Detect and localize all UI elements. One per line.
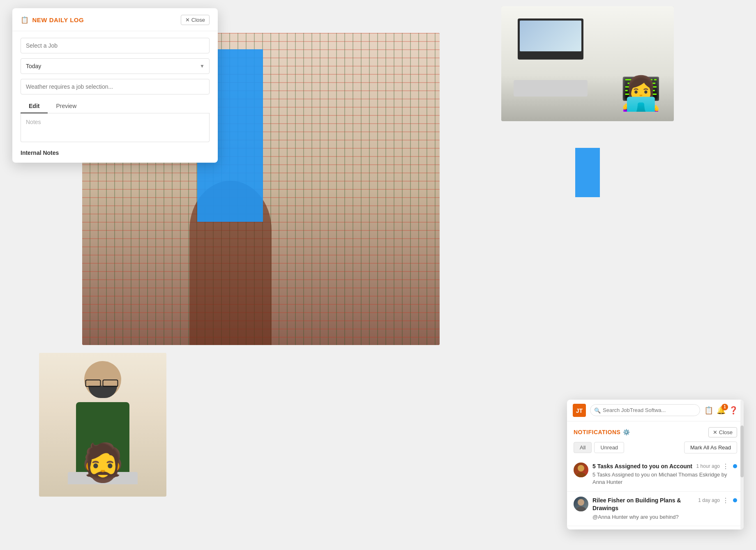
avatar	[574, 463, 588, 477]
close-icon: ✕	[713, 429, 717, 435]
modal-header: 📋 NEW DAILY LOG ✕ Close	[12, 8, 218, 31]
search-input[interactable]	[590, 404, 700, 416]
notification-content: Rilee Fisher on Building Plans & Drawing…	[592, 497, 729, 521]
modal-body: Today Yesterday Custom ▼ Edit Preview No…	[12, 31, 218, 163]
job-select-input[interactable]	[21, 38, 210, 53]
notes-tabs: Edit Preview	[21, 99, 210, 113]
app-logo: JT	[573, 404, 586, 417]
filter-unread-button[interactable]: Unread	[594, 442, 624, 453]
notification-title: 5 Tasks Assigned to you on Account	[592, 463, 692, 471]
background-photo-man	[39, 353, 166, 497]
notification-time: 1 hour ago	[696, 463, 720, 469]
svg-point-4	[578, 499, 584, 506]
notifications-panel: JT 🔍 📋 🔔 1 ❓ NOTIFICATIONS ⚙️ ✕	[567, 400, 744, 529]
notes-area[interactable]: Notes	[21, 113, 210, 142]
notifications-header: NOTIFICATIONS ⚙️ ✕ Close	[567, 421, 744, 442]
svg-point-5	[576, 506, 586, 511]
notification-title: Rilee Fisher on Building Plans & Drawing…	[592, 497, 695, 513]
notifications-filter-row: All Unread Mark All As Read	[567, 442, 744, 458]
notes-placeholder: Notes	[26, 119, 41, 125]
notification-body: @Anna Hunter why are you behind?	[592, 513, 729, 521]
notification-item[interactable]: Rilee Fisher on Building Plans & Drawing…	[567, 492, 744, 526]
notification-item-header: Rilee Fisher on Building Plans & Drawing…	[592, 497, 729, 513]
bell-icon[interactable]: 🔔 1	[717, 406, 726, 415]
search-wrapper: 🔍	[590, 404, 700, 416]
more-options-icon[interactable]: ⋮	[722, 497, 729, 504]
notes-field: Edit Preview Notes	[21, 99, 210, 142]
weather-input[interactable]	[21, 79, 210, 94]
notification-item-header: 5 Tasks Assigned to you on Account 1 hou…	[592, 463, 729, 471]
log-icon: 📋	[21, 16, 29, 24]
notification-time-row: 1 day ago ⋮	[698, 497, 729, 504]
mark-all-read-button[interactable]: Mark All As Read	[684, 442, 737, 453]
notification-body: 5 Tasks Assigned to you on Michael Thoma…	[592, 471, 729, 486]
modal-title-text: NEW DAILY LOG	[32, 16, 84, 23]
notifications-list: 5 Tasks Assigned to you on Account 1 hou…	[567, 458, 744, 529]
date-select[interactable]: Today Yesterday Custom	[21, 58, 210, 74]
internal-notes-label: Internal Notes	[21, 148, 210, 156]
notification-time-row: 1 hour ago ⋮	[696, 463, 729, 470]
more-options-icon[interactable]: ⋮	[722, 463, 729, 470]
weather-field	[21, 79, 210, 94]
daily-log-modal: 📋 NEW DAILY LOG ✕ Close Today Yesterday …	[12, 8, 218, 163]
notification-time: 1 day ago	[698, 497, 720, 503]
unread-dot	[733, 498, 737, 502]
notifications-title: NOTIFICATIONS ⚙️	[574, 429, 630, 435]
notification-badge: 1	[721, 404, 728, 410]
notifications-close-button[interactable]: ✕ Close	[708, 427, 737, 437]
settings-icon[interactable]: ⚙️	[623, 429, 630, 435]
date-select-field: Today Yesterday Custom ▼	[21, 58, 210, 74]
filter-all-button[interactable]: All	[574, 442, 592, 453]
help-icon[interactable]: ❓	[729, 406, 738, 415]
clipboard-icon[interactable]: 📋	[704, 406, 713, 415]
notifications-topbar: JT 🔍 📋 🔔 1 ❓	[567, 400, 744, 421]
notification-content: 5 Tasks Assigned to you on Account 1 hou…	[592, 463, 729, 486]
notification-item[interactable]: 5 Tasks Assigned to you on Account 1 hou…	[567, 458, 744, 492]
filter-tabs: All Unread	[574, 442, 624, 453]
svg-text:JT: JT	[576, 407, 583, 414]
modal-title: 📋 NEW DAILY LOG	[21, 16, 84, 24]
modal-close-button[interactable]: ✕ Close	[181, 15, 210, 25]
background-photo-desk	[501, 6, 674, 121]
unread-dot	[733, 464, 737, 468]
blue-accent-bar-3	[575, 148, 600, 197]
close-x-icon: ✕	[185, 17, 190, 23]
avatar	[574, 497, 588, 511]
topbar-actions: 📋 🔔 1 ❓	[704, 406, 738, 415]
tab-edit[interactable]: Edit	[21, 99, 48, 113]
svg-point-2	[578, 465, 584, 472]
tab-preview[interactable]: Preview	[48, 99, 85, 113]
job-select-field	[21, 38, 210, 53]
svg-point-3	[576, 472, 586, 477]
search-icon: 🔍	[594, 407, 601, 413]
